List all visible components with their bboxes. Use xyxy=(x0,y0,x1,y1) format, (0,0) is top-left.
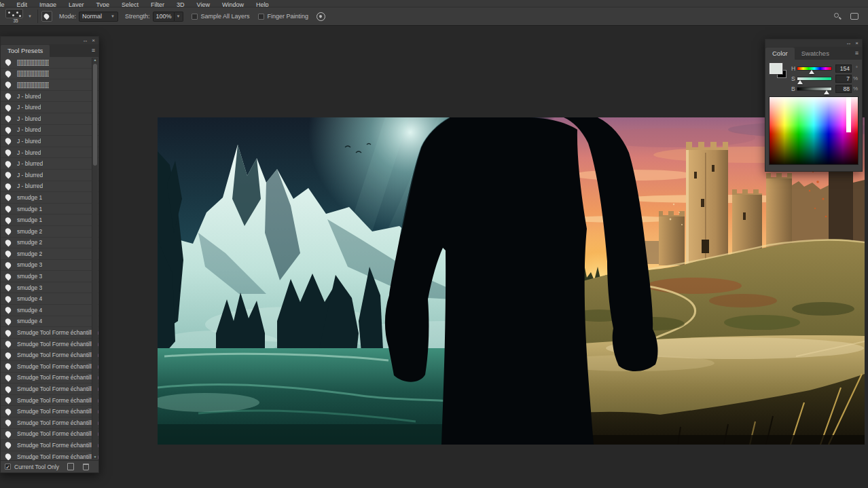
menu-item[interactable]: Type xyxy=(90,1,116,7)
tool-preset-item[interactable]: J - blured xyxy=(1,125,98,136)
color-spectrum-picker[interactable] xyxy=(769,96,858,165)
tool-preset-item[interactable]: Smudge Tool Forme échantillonnée... xyxy=(1,429,98,440)
menu-item[interactable]: Help xyxy=(250,1,275,7)
scroll-down-icon[interactable]: ▼ xyxy=(92,455,98,459)
smudge-tool-icon xyxy=(4,430,12,438)
tool-preset-label: Smudge Tool Forme échantillonnée... xyxy=(17,329,98,336)
tool-preset-item[interactable]: J - blured xyxy=(1,113,98,125)
saturation-slider-thumb[interactable] xyxy=(797,80,803,84)
hue-value-input[interactable]: 154 xyxy=(835,64,852,73)
saturation-value-input[interactable]: 7 xyxy=(835,75,852,83)
tool-preset-item[interactable]: smudge 1 xyxy=(1,214,98,226)
tool-preset-item[interactable]: J - blured xyxy=(1,102,98,113)
strength-input[interactable]: 100% xyxy=(153,12,175,22)
smudge-tool-icon xyxy=(4,362,12,371)
strength-dropdown-chevron[interactable]: ▼ xyxy=(175,12,183,22)
tool-preset-icon[interactable] xyxy=(41,11,52,22)
tool-preset-item[interactable]: smudge 3 xyxy=(1,260,98,271)
tool-preset-label: J - blurred xyxy=(17,183,43,189)
collapse-panel-icon[interactable]: ↔ xyxy=(82,37,88,43)
tool-preset-item[interactable]: smudge 1 xyxy=(1,192,98,204)
airbrush-toggle-icon[interactable] xyxy=(317,12,325,21)
brightness-value-input[interactable]: 88 xyxy=(835,85,852,93)
tool-preset-item[interactable]: [[[[[[[[[[[[[[[[[[[[ xyxy=(1,79,98,91)
tool-preset-item[interactable]: [[[[[[[[[[[[[[[[[[[[ xyxy=(1,69,98,80)
tool-preset-item[interactable]: smudge 2 xyxy=(1,238,98,249)
tool-preset-item[interactable]: smudge 3 xyxy=(1,282,98,294)
brightness-slider[interactable] xyxy=(797,87,832,91)
chevron-down-icon: ▼ xyxy=(111,14,115,18)
tool-preset-item[interactable]: smudge 4 xyxy=(1,293,98,305)
menu-item[interactable]: Filter xyxy=(145,1,170,7)
scrollbar-thumb[interactable] xyxy=(93,64,97,166)
new-preset-icon[interactable] xyxy=(67,463,74,470)
tool-preset-item[interactable]: Smudge Tool Forme échantillonnée... xyxy=(1,417,98,429)
menu-item[interactable]: Window xyxy=(216,1,250,7)
tool-preset-item[interactable]: Smudge Tool Forme échantillonnée... xyxy=(1,350,98,361)
tool-preset-item[interactable]: Smudge Tool Forme échantillonnée... xyxy=(1,361,98,373)
hue-slider-thumb[interactable] xyxy=(809,70,814,74)
finger-painting-checkbox[interactable] xyxy=(258,14,264,20)
tool-preset-item[interactable]: smudge 4 xyxy=(1,316,98,328)
search-icon[interactable] xyxy=(834,13,841,20)
tool-preset-item[interactable]: J - blurred xyxy=(1,170,98,181)
tool-preset-item[interactable]: J - blurred xyxy=(1,158,98,170)
menu-item[interactable]: Layer xyxy=(62,1,90,7)
tool-preset-item[interactable]: Smudge Tool Forme échantillonnée... xyxy=(1,406,98,417)
tab-swatches[interactable]: Swatches xyxy=(795,48,836,60)
tool-preset-item[interactable]: J - blurred xyxy=(1,181,98,193)
foreground-color-swatch[interactable] xyxy=(770,63,782,74)
tool-preset-item[interactable]: J - blured xyxy=(1,136,98,147)
panel-menu-icon[interactable]: ≡ xyxy=(855,50,858,56)
scroll-up-icon[interactable]: ▲ xyxy=(92,58,98,62)
brush-preset-picker[interactable]: 35 xyxy=(5,9,26,24)
sample-all-layers-checkbox[interactable] xyxy=(192,14,198,20)
tool-preset-item[interactable]: smudge 2 xyxy=(1,248,98,260)
tool-preset-label: smudge 1 xyxy=(17,194,42,201)
saturation-slider[interactable] xyxy=(797,77,832,81)
tool-preset-item[interactable]: smudge 4 xyxy=(1,305,98,316)
tab-tool-presets[interactable]: Tool Presets xyxy=(1,45,50,57)
tool-preset-item[interactable]: Smudge Tool Forme échantillonnée... xyxy=(1,395,98,407)
scrollbar[interactable]: ▲ ▼ xyxy=(92,58,98,459)
workspace-switcher-icon[interactable] xyxy=(850,13,858,20)
tab-color[interactable]: Color xyxy=(765,48,795,60)
menu-item[interactable]: Select xyxy=(115,1,145,7)
tool-preset-item[interactable]: Smudge Tool Forme échantillonnée... xyxy=(1,339,98,350)
smudge-tool-icon xyxy=(4,284,12,292)
menu-item[interactable]: Edit xyxy=(11,1,34,7)
tool-preset-item[interactable]: Smudge Tool Forme échantillonnée... xyxy=(1,451,98,460)
color-panel: ↔ × Color Swatches ≡ H 154 ° S 7 % xyxy=(765,39,863,172)
close-panel-icon[interactable]: × xyxy=(855,40,858,46)
tool-preset-item[interactable]: smudge 1 xyxy=(1,204,98,215)
tool-preset-item[interactable]: smudge 3 xyxy=(1,271,98,282)
tool-preset-item[interactable]: Smudge Tool Forme échantillonnée... xyxy=(1,327,98,339)
close-panel-icon[interactable]: × xyxy=(92,37,95,43)
menu-item[interactable]: 3D xyxy=(170,1,191,7)
delete-preset-icon[interactable] xyxy=(83,464,89,470)
tool-preset-item[interactable]: [[[[[[[[[[[[[[[[[[[[ xyxy=(1,57,98,69)
menu-item[interactable]: File xyxy=(0,1,11,7)
tool-preset-label: Smudge Tool Forme échantillonnée... xyxy=(17,397,98,404)
tool-preset-item[interactable]: J - blured xyxy=(1,91,98,102)
current-tool-only-checkbox[interactable]: ✓ xyxy=(5,464,11,470)
smudge-tool-icon xyxy=(4,205,12,213)
panel-menu-icon[interactable]: ≡ xyxy=(92,47,95,54)
tool-preset-item[interactable]: J - blured xyxy=(1,147,98,159)
chevron-down-icon[interactable]: ▼ xyxy=(28,14,32,18)
tool-preset-item[interactable]: smudge 2 xyxy=(1,226,98,238)
menu-item[interactable]: Image xyxy=(33,1,62,7)
tool-preset-item[interactable]: Smudge Tool Forme échantillonnée... xyxy=(1,440,98,451)
tool-preset-item[interactable]: Smudge Tool Forme échantillonnée... xyxy=(1,373,98,384)
tool-preset-item[interactable]: Smudge Tool Forme échantillonnée... xyxy=(1,383,98,395)
saturation-slider-row: S 7 % xyxy=(791,74,858,83)
menu-item[interactable]: View xyxy=(191,1,216,7)
smudge-tool-icon xyxy=(4,149,12,157)
document-canvas[interactable] xyxy=(158,117,865,445)
smudge-tool-icon xyxy=(4,126,12,134)
panel-tabs: Tool Presets ≡ xyxy=(1,44,98,57)
brightness-slider-thumb[interactable] xyxy=(824,90,829,94)
collapse-panel-icon[interactable]: ↔ xyxy=(846,40,851,46)
mode-dropdown[interactable]: Normal ▼ xyxy=(79,12,118,22)
hue-slider[interactable] xyxy=(797,67,832,71)
